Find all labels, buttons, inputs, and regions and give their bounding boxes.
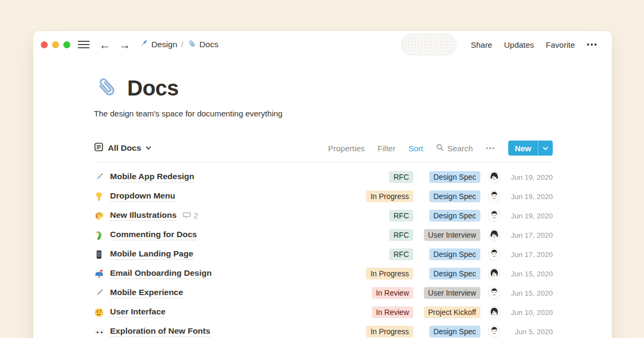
avatar-man[interactable]	[488, 325, 501, 338]
doc-title-link[interactable]: Dropdown Menu	[110, 191, 175, 202]
table-row[interactable]: New Illustrations 2 RFC Design Spec Jun …	[94, 206, 553, 225]
share-button[interactable]: Share	[471, 40, 492, 49]
raised-eyebrow-face-icon	[94, 307, 105, 318]
new-button-label: New	[508, 141, 538, 156]
page-title: Docs	[127, 76, 179, 100]
avatar-woman-bob[interactable]	[488, 306, 501, 319]
table-row[interactable]: Mobile Landing Page RFC Design Spec Jun …	[94, 245, 553, 264]
palette-icon	[94, 210, 105, 221]
paintbrush-icon	[139, 39, 148, 50]
doc-type-badge[interactable]: User Interview	[424, 287, 480, 299]
hamburger-menu-icon[interactable]	[78, 41, 90, 49]
docs-table: Mobile App Redesign RFC Design Spec Jun …	[94, 167, 553, 338]
search-label: Search	[447, 144, 473, 153]
app-window: ← → Design / Docs Share Updates Favorite…	[33, 31, 612, 338]
page-paperclip-icon[interactable]	[94, 75, 119, 102]
sort-button[interactable]: Sort	[408, 144, 423, 153]
doc-title-link[interactable]: User Interface	[110, 307, 165, 318]
window-controls	[41, 41, 70, 48]
mailbox-icon	[94, 268, 105, 279]
doc-type-badge[interactable]: Design Spec	[429, 210, 480, 222]
filter-button[interactable]: Filter	[378, 144, 396, 153]
mobile-phone-icon	[94, 249, 105, 260]
doc-type-badge[interactable]: Design Spec	[429, 171, 480, 183]
doc-type-badge[interactable]: Design Spec	[429, 190, 480, 202]
avatar-woman-bob[interactable]	[488, 267, 501, 280]
updates-button[interactable]: Updates	[504, 40, 534, 49]
comment-count[interactable]: 2	[182, 211, 198, 221]
search-button[interactable]: Search	[436, 143, 473, 153]
status-badge[interactable]: In Progress	[366, 326, 413, 337]
paintbrush-icon	[94, 288, 105, 298]
table-row[interactable]: Exploration of New Fonts In Progress Des…	[94, 322, 553, 338]
toolbar-divider	[94, 162, 553, 163]
status-badge[interactable]: RFC	[389, 171, 413, 183]
properties-button[interactable]: Properties	[328, 144, 364, 153]
doc-title-link[interactable]: Mobile Experience	[110, 288, 183, 298]
doc-type-badge[interactable]: Project Kickoff	[424, 306, 480, 318]
doc-type-badge[interactable]: Design Spec	[429, 326, 480, 337]
chevron-down-icon	[145, 143, 151, 153]
edited-date: Jun 19, 2020	[508, 212, 553, 220]
table-row[interactable]: Mobile App Redesign RFC Design Spec Jun …	[94, 167, 553, 187]
titlebar: ← → Design / Docs Share Updates Favorite…	[33, 31, 612, 58]
parrot-icon	[94, 230, 105, 240]
breadcrumb-label: Docs	[200, 40, 218, 49]
favorite-button[interactable]: Favorite	[546, 40, 575, 49]
forward-arrow-icon[interactable]: →	[119, 39, 130, 50]
table-row[interactable]: Mobile Experience In Review User Intervi…	[94, 283, 553, 303]
doc-title-link[interactable]: New Illustrations	[110, 210, 177, 221]
eyes-icon	[94, 326, 105, 337]
doc-title-link[interactable]: Mobile App Redesign	[110, 172, 194, 182]
status-badge[interactable]: In Progress	[366, 268, 413, 280]
table-row[interactable]: Dropdown Menu In Progress Design Spec Ju…	[94, 187, 553, 206]
paperclip-icon	[187, 39, 196, 50]
blurred-presence-blob	[401, 33, 457, 56]
doc-title-link[interactable]: Commenting for Docs	[110, 230, 197, 240]
comment-bubble-icon	[182, 211, 191, 221]
edited-date: Jun 10, 2020	[508, 308, 553, 317]
avatar-man[interactable]	[488, 248, 501, 261]
doc-type-badge[interactable]: User Interview	[424, 229, 480, 241]
edited-date: Jun 5, 2020	[508, 328, 553, 336]
status-badge[interactable]: RFC	[389, 248, 413, 260]
breadcrumb-separator: /	[181, 40, 183, 49]
doc-title-link[interactable]: Mobile Landing Page	[110, 249, 193, 260]
edited-date: Jun 15, 2020	[508, 289, 553, 297]
breadcrumb-item-docs[interactable]: Docs	[187, 39, 218, 50]
zoom-window-button[interactable]	[63, 41, 70, 48]
status-badge[interactable]: In Review	[372, 306, 413, 318]
table-row[interactable]: Commenting for Docs RFC User Interview J…	[94, 225, 553, 245]
doc-type-badge[interactable]: Design Spec	[429, 248, 480, 260]
status-badge[interactable]: In Review	[372, 287, 413, 299]
doc-title-link[interactable]: Email Onboarding Design	[110, 268, 211, 279]
edited-date: Jun 19, 2020	[508, 193, 553, 201]
toolbar-more-icon[interactable]: •••	[486, 144, 495, 152]
status-badge[interactable]: RFC	[389, 210, 413, 222]
doc-type-badge[interactable]: Design Spec	[429, 268, 480, 280]
new-button-chevron-down-icon[interactable]	[538, 141, 553, 156]
page-subtitle: The design team's space for documenting …	[94, 109, 553, 118]
back-arrow-icon[interactable]: ←	[99, 39, 111, 50]
avatar-man[interactable]	[488, 209, 501, 222]
close-window-button[interactable]	[41, 41, 48, 48]
view-switcher[interactable]: All Docs	[94, 142, 151, 154]
avatar-man[interactable]	[488, 286, 501, 299]
avatar-woman-headphones[interactable]	[488, 229, 501, 241]
table-row[interactable]: User Interface In Review Project Kickoff…	[94, 303, 553, 322]
doc-title-link[interactable]: Exploration of New Fonts	[110, 326, 210, 337]
avatar-woman-headphones[interactable]	[488, 171, 501, 183]
minimize-window-button[interactable]	[52, 41, 59, 48]
new-button[interactable]: New	[508, 141, 553, 156]
table-row[interactable]: Email Onboarding Design In Progress Desi…	[94, 264, 553, 283]
doc-list-icon	[94, 142, 104, 154]
status-badge[interactable]: In Progress	[366, 190, 413, 202]
edited-date: Jun 17, 2020	[508, 231, 553, 239]
point-down-icon	[94, 191, 105, 202]
breadcrumb-item-design[interactable]: Design	[139, 39, 177, 50]
comment-count-value: 2	[194, 211, 198, 220]
edited-date: Jun 19, 2020	[508, 173, 553, 181]
more-options-icon[interactable]: •••	[587, 40, 598, 49]
status-badge[interactable]: RFC	[389, 229, 413, 241]
avatar-man[interactable]	[488, 190, 501, 203]
